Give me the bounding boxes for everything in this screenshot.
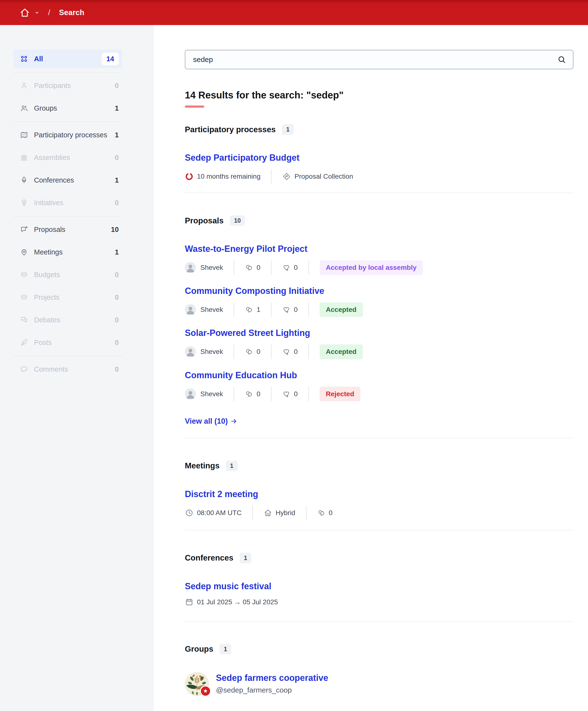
coin-icon xyxy=(20,271,28,279)
heart-plus-icon xyxy=(282,305,291,314)
sidebar-item-label: Assemblies xyxy=(34,154,70,161)
users-icon xyxy=(20,104,28,112)
section-groups: Groups 1 xyxy=(185,622,573,696)
section-proposals: Proposals 10 Waste-to-Energy Pilot Proje… xyxy=(185,193,573,438)
heart-plus-icon xyxy=(282,390,291,398)
list-item: Sedep music festival 01 Jul 2025 → 05 Ju… xyxy=(185,581,573,606)
endorsements-count: 0 xyxy=(282,348,298,356)
sidebar-item-meetings[interactable]: Meetings 1 xyxy=(14,243,122,261)
verified-badge xyxy=(200,686,211,697)
sidebar-item-count: 0 xyxy=(115,271,119,279)
quill-icon xyxy=(20,338,28,347)
list-item: Solar-Powered Street Lighting Shevek 0 xyxy=(185,328,573,359)
clock-icon xyxy=(185,509,194,517)
sidebar-item-label: Groups xyxy=(34,104,57,112)
author: Shevek xyxy=(185,346,223,357)
comments-count: 0 xyxy=(245,348,261,356)
meta-divider xyxy=(271,387,272,401)
search-input[interactable] xyxy=(193,56,550,64)
sidebar-item-label: Meetings xyxy=(34,248,63,256)
comments-icon xyxy=(245,348,253,356)
sidebar-item-count: 14 xyxy=(102,53,119,65)
avatar xyxy=(185,304,196,315)
timer-icon xyxy=(185,172,194,181)
sidebar-item-budgets: Budgets 0 xyxy=(14,265,122,284)
arrow-right-icon xyxy=(230,417,238,425)
sidebar-item-all[interactable]: All 14 xyxy=(14,49,122,68)
sidebar-divider xyxy=(14,72,122,73)
group-link[interactable]: Sedep farmers cooperative xyxy=(216,673,328,683)
comments-count: 0 xyxy=(245,263,261,272)
sidebar-divider xyxy=(14,356,122,357)
heading-accent-bar xyxy=(185,106,204,108)
meta-divider xyxy=(252,505,253,520)
proposal-link[interactable]: Community Education Hub xyxy=(185,370,297,381)
bank-icon xyxy=(20,153,28,161)
view-all-link[interactable]: View all (10) xyxy=(185,417,238,426)
avatar xyxy=(185,388,196,400)
sidebar-item-label: Participants xyxy=(34,82,71,90)
sidebar-item-participatory-processes[interactable]: Participatory processes 1 xyxy=(14,126,122,144)
meta-divider xyxy=(234,302,234,317)
sidebar-item-count: 0 xyxy=(115,365,119,373)
calendar-icon xyxy=(185,598,194,606)
sidebar-item-count: 10 xyxy=(111,225,119,234)
proposal-link[interactable]: Solar-Powered Street Lighting xyxy=(185,328,310,338)
user-icon xyxy=(20,82,28,90)
sidebar-item-posts: Posts 0 xyxy=(14,333,122,352)
sidebar-item-participants: Participants 0 xyxy=(14,76,122,95)
heart-plus-icon xyxy=(282,263,291,272)
heart-plus-icon xyxy=(282,348,291,356)
sidebar-item-label: Initiatives xyxy=(34,199,63,207)
meta-divider xyxy=(271,260,272,275)
author: Shevek xyxy=(185,388,223,400)
status-badge: Rejected xyxy=(320,387,361,401)
conference-dates: 01 Jul 2025 → 05 Jul 2025 xyxy=(185,598,278,606)
meta-divider xyxy=(271,169,272,184)
proposal-bubble-icon xyxy=(20,225,28,234)
sidebar-item-groups[interactable]: Groups 1 xyxy=(14,99,122,117)
sidebar-item-count: 0 xyxy=(115,199,119,207)
proposal-link[interactable]: Community Composting Initiative xyxy=(185,286,324,296)
sidebar-item-debates: Debates 0 xyxy=(14,311,122,329)
meta-divider xyxy=(309,387,309,401)
conference-link[interactable]: Sedep music festival xyxy=(185,581,271,591)
results-heading: 14 Results for the search: "sedep" xyxy=(185,90,573,101)
search-filters-sidebar: All 14 Participants 0 Groups 1 Participa… xyxy=(0,25,154,711)
section-participatory-processes: Participatory processes 1 Sedep Particip… xyxy=(185,108,573,193)
search-bar xyxy=(185,50,573,69)
chevron-down-icon[interactable] xyxy=(34,10,40,16)
proposal-link[interactable]: Waste-to-Energy Pilot Project xyxy=(185,244,308,254)
sidebar-item-conferences[interactable]: Conferences 1 xyxy=(14,171,122,189)
sidebar-item-count: 0 xyxy=(115,339,119,347)
meta-divider xyxy=(309,344,309,359)
search-button[interactable] xyxy=(558,55,567,64)
sidebar-item-label: All xyxy=(34,55,43,63)
chat-bubble-icon xyxy=(20,365,28,373)
meeting-link[interactable]: Disctrit 2 meeting xyxy=(185,489,258,499)
sidebar-item-comments: Comments 0 xyxy=(14,360,122,379)
meta-divider xyxy=(309,302,309,317)
section-count-badge: 1 xyxy=(220,644,231,654)
sidebar-item-label: Proposals xyxy=(34,225,65,234)
status-badge: Accepted xyxy=(320,344,363,359)
sidebar-item-proposals[interactable]: Proposals 10 xyxy=(14,220,122,239)
home-icon[interactable] xyxy=(19,7,30,18)
section-title: Meetings xyxy=(185,461,220,470)
list-item: Sedep Participatory Budget 10 months rem… xyxy=(185,153,573,184)
comments-count: 0 xyxy=(317,509,333,517)
meta-divider xyxy=(306,505,307,520)
process-link[interactable]: Sedep Participatory Budget xyxy=(185,153,299,163)
comments-icon xyxy=(245,263,253,272)
debate-bubbles-icon xyxy=(20,316,28,324)
group-handle: @sedep_farmers_coop xyxy=(216,686,328,694)
sidebar-item-label: Projects xyxy=(34,294,60,301)
section-title: Proposals xyxy=(185,216,224,225)
map-icon xyxy=(20,131,28,139)
meta-divider xyxy=(271,302,272,317)
sidebar-item-projects: Projects 0 xyxy=(14,288,122,306)
comments-count: 0 xyxy=(245,390,261,398)
sidebar-item-count: 0 xyxy=(115,294,119,301)
section-title: Conferences xyxy=(185,553,233,562)
grid-icon xyxy=(20,55,28,63)
